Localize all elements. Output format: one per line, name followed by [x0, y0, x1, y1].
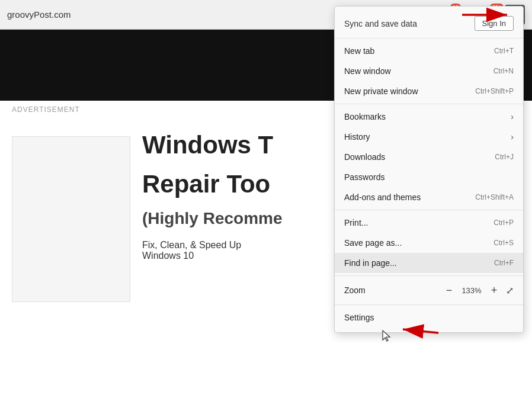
menu-item-save-page-shortcut: Ctrl+S [493, 239, 514, 247]
menu-item-bookmarks-label: Bookmarks [344, 112, 386, 121]
sync-row: Sync and save data Sign In [335, 11, 523, 39]
menu-item-downloads[interactable]: Downloads Ctrl+J [335, 147, 523, 167]
menu-item-new-private-window-shortcut: Ctrl+Shift+P [475, 87, 514, 95]
menu-item-new-tab-label: New tab [344, 46, 374, 56]
history-chevron-right-icon: › [511, 132, 514, 142]
menu-item-settings-label: Settings [344, 313, 374, 322]
advertisement-label: ADVERTISEMENT [12, 105, 80, 114]
menu-item-new-window-shortcut: Ctrl+N [493, 67, 514, 75]
menu-item-find-in-page-label: Find in page... [344, 258, 397, 268]
zoom-in-button[interactable]: + [487, 283, 501, 297]
menu-item-find-in-page[interactable]: Find in page... Ctrl+F [335, 253, 523, 273]
menu-item-print[interactable]: Print... Ctrl+P [335, 213, 523, 233]
menu-item-addons[interactable]: Add-ons and themes Ctrl+Shift+A [335, 187, 523, 207]
menu-item-save-page[interactable]: Save page as... Ctrl+S [335, 233, 523, 253]
menu-item-new-private-window-label: New private window [344, 86, 418, 96]
webpage-background: groovyPost.com ⊟ 133% ☆ ✉ 🔔 10 ⊞ 👤 99+ [0, 0, 532, 401]
zoom-controls: − 133% + ⤢ [442, 283, 514, 297]
menu-item-save-page-label: Save page as... [344, 238, 402, 248]
chevron-right-icon: › [511, 112, 514, 121]
zoom-percent-display: 133% [461, 286, 482, 295]
menu-item-passwords-label: Passwords [344, 172, 384, 182]
menu-item-print-shortcut: Ctrl+P [493, 219, 514, 227]
sign-in-button[interactable]: Sign In [475, 16, 514, 31]
menu-item-new-window-label: New window [344, 66, 391, 76]
menu-item-new-window[interactable]: New window Ctrl+N [335, 61, 523, 81]
menu-item-history-label: History [344, 132, 370, 142]
zoom-row: Zoom − 133% + ⤢ [335, 278, 523, 302]
menu-divider-1 [335, 104, 523, 104]
site-title: groovyPost.com [7, 9, 71, 20]
menu-item-history[interactable]: History › [335, 127, 523, 147]
zoom-out-button[interactable]: − [442, 283, 456, 297]
zoom-fullscreen-button[interactable]: ⤢ [506, 285, 514, 296]
menu-divider-2 [335, 210, 523, 210]
menu-item-find-in-page-shortcut: Ctrl+F [494, 259, 514, 267]
menu-item-passwords[interactable]: Passwords [335, 167, 523, 187]
fullscreen-icon: ⤢ [506, 285, 514, 296]
menu-item-downloads-label: Downloads [344, 152, 385, 162]
browser-menu: Sync and save data Sign In New tab Ctrl+… [334, 6, 524, 333]
toolbar-left: groovyPost.com [7, 9, 354, 20]
menu-item-new-tab[interactable]: New tab Ctrl+T [335, 41, 523, 61]
menu-item-downloads-shortcut: Ctrl+J [495, 153, 514, 161]
menu-item-print-label: Print... [344, 218, 368, 227]
menu-item-new-tab-shortcut: Ctrl+T [494, 47, 514, 55]
menu-item-bookmarks[interactable]: Bookmarks › [335, 107, 523, 127]
menu-item-addons-shortcut: Ctrl+Shift+A [475, 193, 514, 201]
article-sidebar [12, 136, 130, 302]
sync-label: Sync and save data [344, 19, 417, 28]
menu-item-settings[interactable]: Settings [335, 307, 523, 328]
menu-item-addons-label: Add-ons and themes [344, 193, 421, 202]
zoom-label: Zoom [344, 285, 366, 295]
menu-divider-4 [335, 304, 523, 305]
menu-item-new-private-window[interactable]: New private window Ctrl+Shift+P [335, 81, 523, 101]
menu-divider-3 [335, 275, 523, 276]
